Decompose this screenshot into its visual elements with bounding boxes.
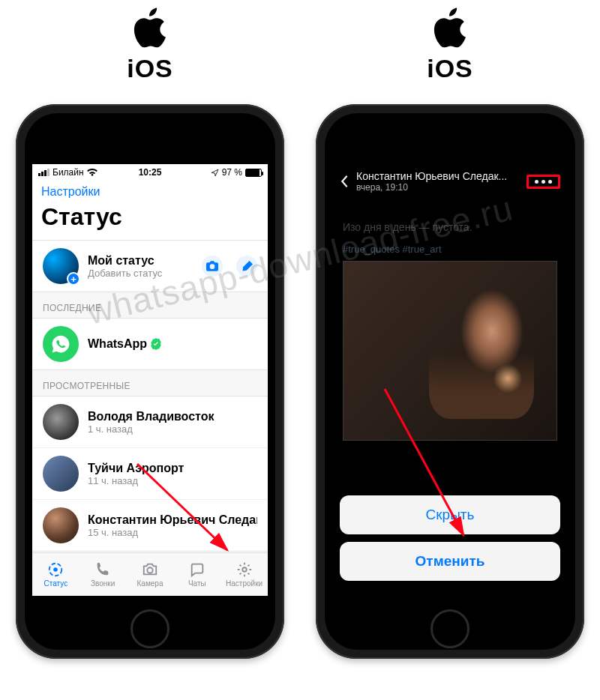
- contact-avatar: [43, 507, 79, 543]
- tab-chats[interactable]: Чаты: [173, 553, 220, 596]
- tab-label: Статус: [44, 579, 68, 588]
- contact-avatar: [43, 404, 79, 440]
- action-sheet: Скрыть Отменить: [332, 488, 568, 596]
- platform-label: iOS: [127, 54, 173, 83]
- story-time: вчера, 19:10: [356, 182, 519, 193]
- svg-point-2: [147, 567, 152, 573]
- wifi-icon: [87, 169, 98, 177]
- status-item-whatsapp[interactable]: WhatsApp: [32, 319, 268, 369]
- add-status-plus-icon: +: [67, 272, 80, 286]
- my-status-avatar: +: [43, 248, 79, 284]
- tab-label: Чаты: [188, 579, 206, 588]
- battery-pct: 97 %: [222, 167, 242, 178]
- contact-avatar: [43, 456, 79, 492]
- tab-settings[interactable]: Настройки: [220, 553, 268, 596]
- tabbar: Статус Звонки Камера Чаты: [32, 552, 268, 596]
- phone-frame-right: Константин Юрьевич Следак... вчера, 19:1…: [316, 104, 584, 659]
- my-status-title: Мой статус: [88, 254, 202, 268]
- status-item-name: WhatsApp: [88, 337, 147, 351]
- home-button[interactable]: [130, 609, 170, 648]
- status-item-name: Константин Юрьевич Следак...: [88, 513, 257, 527]
- tab-label: Настройки: [226, 579, 262, 588]
- nav-back-settings[interactable]: Настройки: [32, 181, 268, 199]
- tab-status[interactable]: Статус: [32, 553, 80, 596]
- verified-icon: [150, 338, 162, 350]
- tab-camera[interactable]: Камера: [127, 553, 174, 596]
- status-item-viewed[interactable]: Туйчи Аэропорт 11 ч. назад: [32, 447, 268, 499]
- story-tags: #true_quotes #true_art: [343, 244, 557, 255]
- home-button[interactable]: [430, 609, 470, 648]
- status-item-time: 1 ч. назад: [88, 423, 257, 435]
- section-viewed-header: ПРОСМОТРЕННЫЕ: [32, 370, 268, 396]
- screen-right: Константин Юрьевич Следак... вчера, 19:1…: [332, 164, 568, 596]
- clock-label: 10:25: [139, 167, 162, 178]
- status-item-time: 15 ч. назад: [88, 527, 257, 538]
- hide-button[interactable]: Скрыть: [340, 495, 560, 534]
- tab-label: Звонки: [91, 579, 115, 588]
- story-caption: Изо дня в день — пустота.: [343, 221, 557, 233]
- camera-button[interactable]: [202, 256, 223, 277]
- story-image: [343, 261, 557, 441]
- section-recent-header: ПОСЛЕДНИЕ: [32, 292, 268, 318]
- apple-logo-icon: [133, 7, 167, 52]
- svg-point-1: [54, 567, 58, 572]
- status-item-name: Володя Владивосток: [88, 410, 257, 423]
- status-item-name: Туйчи Аэропорт: [88, 462, 257, 475]
- apple-logo-icon: [433, 7, 467, 52]
- status-item-time: 11 ч. назад: [88, 475, 257, 486]
- status-item-viewed[interactable]: Константин Юрьевич Следак... 15 ч. назад: [32, 499, 268, 551]
- tab-label: Камера: [137, 579, 164, 588]
- more-menu-highlight: [526, 175, 560, 189]
- my-status-row[interactable]: + Мой статус Добавить статус: [32, 241, 268, 292]
- platform-label: iOS: [427, 54, 473, 83]
- signal-icon: [38, 169, 50, 176]
- edit-button[interactable]: [236, 256, 257, 277]
- story-header: Константин Юрьевич Следак... вчера, 19:1…: [332, 164, 568, 199]
- screen-left: Билайн 10:25 97 % Настройки Статус: [32, 164, 268, 596]
- story-author-name: Константин Юрьевич Следак...: [356, 170, 519, 182]
- whatsapp-avatar-icon: [43, 326, 79, 362]
- more-menu-icon[interactable]: [535, 180, 552, 184]
- battery-icon: [245, 169, 262, 177]
- status-item-viewed[interactable]: Володя Владивосток 1 ч. назад: [32, 396, 268, 447]
- location-icon: [211, 169, 219, 177]
- tab-calls[interactable]: Звонки: [80, 553, 127, 596]
- back-icon[interactable]: [340, 175, 349, 188]
- svg-point-3: [242, 567, 247, 572]
- cancel-button[interactable]: Отменить: [340, 542, 560, 581]
- carrier-label: Билайн: [52, 167, 84, 178]
- my-status-sub: Добавить статус: [88, 268, 202, 279]
- phone-frame-left: Билайн 10:25 97 % Настройки Статус: [16, 104, 284, 659]
- page-title: Статус: [32, 199, 268, 240]
- statusbar: Билайн 10:25 97 %: [32, 164, 268, 181]
